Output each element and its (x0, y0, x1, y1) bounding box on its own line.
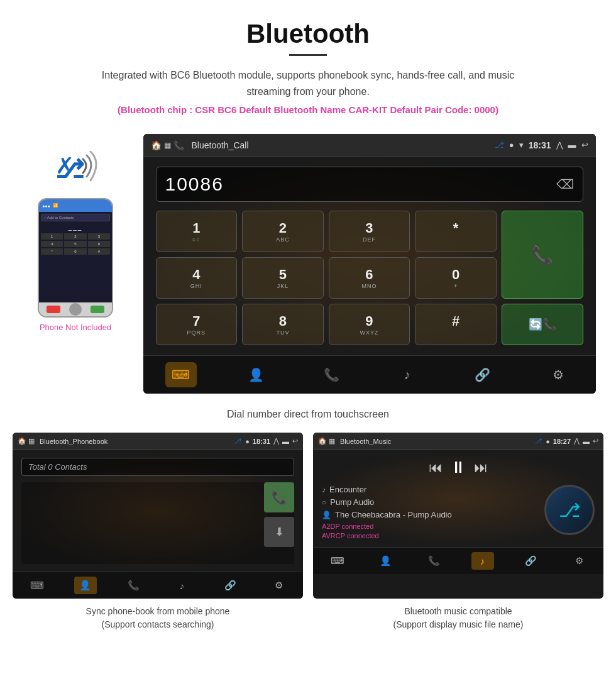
dial-status-right: ⎇ ● ▾ 18:31 ⋀ ▬ ↩ (495, 140, 588, 150)
pb-keypad-btn[interactable]: ⌨ (26, 577, 48, 594)
music-toolbar: ⌨ 👤 📞 ♪ 🔗 ⚙ (313, 547, 603, 574)
music-signal-dot: ● (546, 438, 550, 445)
artist-icon: 👤 (322, 511, 331, 519)
dial-key-hash[interactable]: # (415, 304, 497, 345)
phone-not-included-label: Phone Not Included (40, 323, 111, 332)
expand-icon: ⋀ (556, 140, 563, 150)
music-signal-icon: ▦ (329, 437, 335, 445)
bt-music-icon: ⎇ (559, 499, 581, 521)
music-controls: ⏮ ⏸ ⏭ (322, 458, 595, 477)
note-icon: ♪ (322, 485, 326, 494)
status-icons: 🏠 ▦ 📞 (151, 140, 184, 150)
backspace-button[interactable]: ⌫ (556, 177, 574, 192)
phonebook-caption-line1: Sync phone-book from mobile phone (86, 606, 230, 616)
phone-keypad: 1 2 3 4 5 6 * 0 # (41, 233, 110, 255)
signal-icon: ▦ (164, 141, 171, 150)
phone-top-bar: ●●● 📶 (39, 199, 112, 212)
pb-link-btn[interactable]: 🔗 (219, 577, 242, 594)
phone-key-5: 5 (64, 241, 86, 247)
dial-key-1[interactable]: 1 ○○ (156, 211, 238, 252)
music-music-btn[interactable]: ♪ (471, 552, 494, 570)
music-contacts-btn[interactable]: 👤 (375, 552, 397, 570)
music-info: ♪ Encounter ○ Pump Audio 👤 The Cheebacab… (322, 485, 595, 539)
dial-key-0[interactable]: 0 + (415, 257, 497, 299)
keypad-toolbar-btn[interactable]: ⌨ (165, 362, 197, 387)
prev-track-btn[interactable]: ⏮ (429, 460, 443, 476)
phone-key-6: 6 (88, 241, 110, 247)
music-toolbar-btn[interactable]: ♪ (392, 362, 423, 387)
music-call-btn[interactable]: 📞 (423, 552, 446, 570)
music-time: 18:27 (553, 438, 571, 445)
phone-image: ●●● 📶 + Add to Contacts ___ 1 2 3 4 5 6 … (38, 198, 113, 318)
dial-key-2[interactable]: 2 ABC (242, 211, 324, 252)
pb-signal-dot: ● (245, 438, 250, 445)
end-call-button[interactable]: 🔄📞 (502, 304, 583, 345)
phonebook-search[interactable]: Total 0 Contacts (21, 458, 294, 476)
call-toolbar-btn[interactable]: 📞 (316, 362, 348, 387)
link-toolbar-btn[interactable]: 🔗 (467, 362, 498, 387)
dial-section: ✗ ⎇ ●●● 📶 + Add to Contacts ___ 1 (0, 134, 616, 400)
music-body: ⏮ ⏸ ⏭ ♪ Encounter ○ Pump Audio (313, 450, 603, 547)
phone-end-btn (47, 306, 60, 313)
music-track3: The Cheebacabra - Pump Audio (335, 510, 452, 519)
wifi-icon: ▾ (519, 140, 524, 150)
dial-key-6[interactable]: 6 MNO (329, 257, 410, 299)
music-status-right: ⎇ ● 18:27 ⋀ ▬ ↩ (534, 437, 598, 445)
pb-settings-btn[interactable]: ⚙ (268, 577, 290, 594)
contacts-toolbar-btn[interactable]: 👤 (241, 362, 272, 387)
dial-key-star[interactable]: * (415, 211, 497, 252)
phone-home-btn (69, 303, 82, 316)
dial-key-4[interactable]: 4 GHI (156, 257, 238, 299)
pb-music-btn[interactable]: ♪ (171, 577, 194, 594)
dial-key-5[interactable]: 5 JKL (242, 257, 324, 299)
pb-contacts-btn[interactable]: 👤 (74, 577, 97, 594)
dial-app-name: Bluetooth_Call (192, 140, 249, 150)
back-icon: ↩ (581, 140, 588, 150)
phone-key-2: 2 (64, 233, 86, 240)
dial-key-3[interactable]: 3 DEF (329, 211, 410, 252)
phone-key-1: 1 (41, 233, 63, 240)
end-call-icon: 🔄📞 (529, 318, 556, 331)
phonebook-contact-area: 📞 ⬇ (21, 482, 294, 564)
dial-key-7[interactable]: 7 PQRS (156, 304, 238, 345)
cd-icon: ○ (322, 498, 326, 507)
album-art: ⎇ (544, 485, 595, 535)
music-keypad-btn[interactable]: ⌨ (326, 552, 349, 570)
phone-status-icon: 📞 (173, 140, 184, 150)
phonebook-screen-wrap: 🏠 ▦ Bluetooth_Phonebook ⎇ ● 18:31 ⋀ ▬ ↩ … (13, 433, 303, 634)
play-pause-btn[interactable]: ⏸ (450, 458, 466, 477)
dial-key-9[interactable]: 9 WXYZ (329, 304, 410, 345)
phone-key-hash: # (88, 248, 110, 255)
music-track1-row: ♪ Encounter (322, 485, 538, 494)
pb-call-button[interactable]: 📞 (264, 482, 294, 512)
dial-body: 10086 ⌫ 1 ○○ 2 ABC 3 DEF * (143, 157, 596, 355)
phonebook-body: Total 0 Contacts 📞 ⬇ (13, 450, 303, 572)
pb-download-icon: ⬇ (275, 525, 284, 539)
phonebook-caption: Sync phone-book from mobile phone (Suppo… (13, 599, 303, 634)
next-track-btn[interactable]: ⏭ (474, 460, 488, 476)
phonebook-toolbar: ⌨ 👤 📞 ♪ 🔗 ⚙ (13, 572, 303, 599)
pb-signal-icon: ▦ (28, 437, 35, 445)
call-icon: 📞 (531, 245, 553, 265)
phonebook-app-name: Bluetooth_Phonebook (40, 438, 107, 445)
avrcp-status: AVRCP connected (322, 532, 538, 539)
pb-status-right: ⎇ ● 18:31 ⋀ ▬ ↩ (234, 437, 298, 445)
call-button[interactable]: 📞 (502, 211, 583, 299)
dial-keypad: 1 ○○ 2 ABC 3 DEF * 📞 (156, 211, 583, 345)
music-statusbar: 🏠 ▦ Bluetooth_Music ⎇ ● 18:27 ⋀ ▬ ↩ (313, 433, 603, 450)
music-text: ♪ Encounter ○ Pump Audio 👤 The Cheebacab… (322, 485, 538, 539)
pb-call-btn2[interactable]: 📞 (123, 577, 145, 594)
page-title: Bluetooth (13, 19, 603, 49)
music-app-name: Bluetooth_Music (340, 438, 391, 445)
specs-line: (Bluetooth chip : CSR BC6 Default Blueto… (13, 104, 603, 115)
music-settings-btn[interactable]: ⚙ (568, 552, 591, 570)
settings-toolbar-btn[interactable]: ⚙ (542, 362, 574, 387)
phone-add-contacts: + Add to Contacts (41, 214, 110, 221)
phonebook-statusbar: 🏠 ▦ Bluetooth_Phonebook ⎇ ● 18:31 ⋀ ▬ ↩ (13, 433, 303, 450)
music-track2-row: ○ Pump Audio (322, 497, 538, 507)
music-track2: Pump Audio (330, 497, 374, 507)
dial-key-8[interactable]: 8 TUV (242, 304, 324, 345)
music-link-btn[interactable]: 🔗 (520, 552, 542, 570)
bluetooth-icon: ✗ (55, 153, 74, 179)
pb-download-button[interactable]: ⬇ (264, 517, 294, 547)
